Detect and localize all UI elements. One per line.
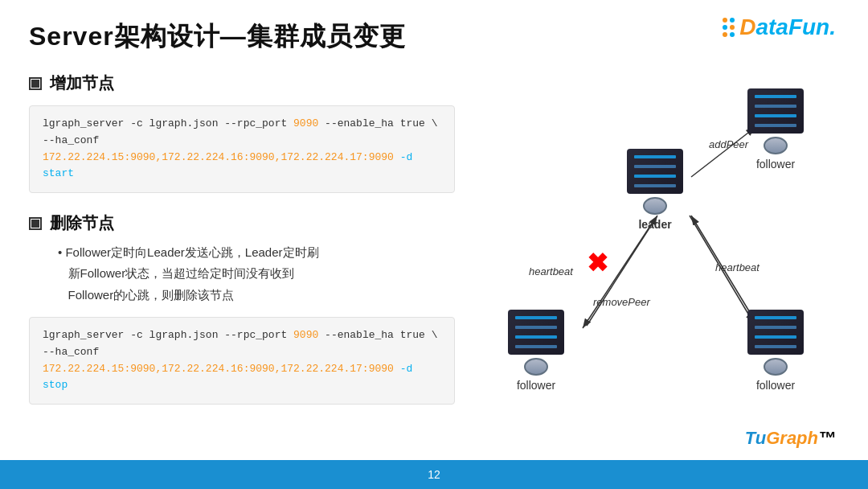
server-stripe-l4 bbox=[515, 345, 557, 348]
leader-node: leader bbox=[627, 149, 683, 231]
server-stripe-1 bbox=[634, 155, 676, 158]
del-suffix-1: --enable_ha true \ bbox=[318, 329, 437, 341]
page-number: 12 bbox=[428, 468, 440, 481]
server-stripe-l3 bbox=[515, 335, 557, 339]
follower-left-disk bbox=[524, 358, 548, 376]
slide-title: Server架构设计—集群成员变更 bbox=[29, 19, 406, 55]
server-stripe-t4 bbox=[755, 124, 796, 127]
delete-section-title: 删除节点 bbox=[50, 212, 114, 234]
leader-label: leader bbox=[638, 218, 671, 231]
server-stripe-2 bbox=[634, 165, 676, 168]
follower-left-node: follower bbox=[508, 310, 564, 392]
server-stripe-l2 bbox=[515, 326, 557, 329]
tugraph-logo: TuGraph™ bbox=[745, 428, 836, 449]
datafun-rest: ataFun. bbox=[755, 14, 836, 39]
dot-orange-1 bbox=[723, 18, 727, 23]
server-stripe-3 bbox=[634, 175, 676, 178]
follower-right-disk bbox=[764, 358, 788, 376]
follower-right-label: follower bbox=[756, 379, 795, 392]
server-stripe-r1 bbox=[755, 316, 796, 319]
server-stripe-4 bbox=[634, 184, 676, 187]
leader-disk bbox=[643, 197, 667, 215]
add-section-title: 增加节点 bbox=[50, 72, 114, 94]
dot-blue-1 bbox=[730, 18, 735, 23]
follower-top-server-body bbox=[747, 88, 804, 134]
add-checkbox-icon bbox=[29, 77, 42, 90]
delete-section: 删除节点 • Follower定时向Leader发送心跳，Leader定时刷 新… bbox=[29, 212, 455, 405]
del-ip-2: 172.22.224.15:9090,172.22.224.16:9090,17… bbox=[43, 363, 394, 375]
add-node-header: 增加节点 bbox=[29, 72, 455, 94]
datafun-text: DataFun. bbox=[739, 14, 836, 40]
delete-code-line1: lgraph_server -c lgraph.json --rpc_port … bbox=[43, 327, 441, 344]
del-cmd-1: lgraph_server -c lgraph.json --rpc_port bbox=[43, 329, 293, 341]
server-stripe-t1 bbox=[755, 95, 796, 98]
heartbeat-right-label: heartbeat bbox=[715, 261, 760, 273]
svg-rect-1 bbox=[31, 220, 39, 228]
tugraph-tu: Tu bbox=[745, 428, 766, 448]
add-peer-label: addPeer bbox=[709, 138, 748, 150]
follower-top-disk bbox=[764, 137, 788, 154]
server-stripe-t2 bbox=[755, 105, 796, 108]
dot-blue-2 bbox=[723, 25, 727, 30]
datafun-dots-icon bbox=[723, 18, 735, 37]
bottom-bar: 12 bbox=[0, 460, 868, 489]
follower-top-label: follower bbox=[756, 158, 795, 171]
delete-checkbox-icon bbox=[29, 217, 42, 230]
follower-left-label: follower bbox=[517, 379, 555, 392]
add-ip-2: 172.22.224.15:9090,172.22.224.16:9090,17… bbox=[43, 151, 394, 163]
dot-orange-2 bbox=[730, 25, 735, 30]
server-stripe-r3 bbox=[755, 335, 796, 339]
leader-server-body bbox=[627, 149, 683, 194]
server-stripe-r4 bbox=[755, 345, 796, 348]
add-cmd-1: lgraph_server -c lgraph.json --rpc_port bbox=[43, 117, 293, 129]
del-port-1: 9090 bbox=[293, 329, 318, 341]
datafun-logo: DataFun. bbox=[723, 14, 836, 40]
del-prefix-2: --ha_conf bbox=[43, 346, 99, 358]
dot-blue-3 bbox=[730, 32, 735, 37]
follower-right-node: follower bbox=[747, 310, 804, 392]
delete-code-line2: --ha_conf 172.22.224.15:9090,172.22.224.… bbox=[43, 344, 441, 394]
heartbeat-left-label: heartbeat bbox=[529, 265, 573, 277]
delete-bullet-text: • Follower定时向Leader发送心跳，Leader定时刷 新Follo… bbox=[58, 242, 455, 306]
tugraph-graph: Graph bbox=[766, 428, 818, 448]
add-code-line1: lgraph_server -c lgraph.json --rpc_port … bbox=[43, 116, 441, 133]
follower-left-server-body bbox=[508, 310, 564, 355]
delete-code-block: lgraph_server -c lgraph.json --rpc_port … bbox=[29, 317, 455, 405]
add-code-block: lgraph_server -c lgraph.json --rpc_port … bbox=[29, 105, 455, 193]
follower-right-server-body bbox=[747, 310, 804, 355]
datafun-d: D bbox=[739, 14, 755, 39]
delete-node-header: 删除节点 bbox=[29, 212, 455, 234]
remove-peer-label: removePeer bbox=[593, 296, 650, 308]
add-port-1: 9090 bbox=[293, 117, 318, 129]
cross-mark-icon: ✖ bbox=[587, 248, 608, 278]
server-stripe-r2 bbox=[755, 326, 796, 329]
add-code-line2: --ha_conf 172.22.224.15:9090,172.22.224.… bbox=[43, 133, 441, 183]
add-suffix-1: --enable_ha true \ bbox=[318, 117, 437, 129]
svg-line-6 bbox=[691, 127, 755, 177]
follower-top-node: follower bbox=[747, 88, 804, 171]
delete-content: • Follower定时向Leader发送心跳，Leader定时刷 新Follo… bbox=[29, 242, 455, 306]
left-section: 增加节点 lgraph_server -c lgraph.json --rpc_… bbox=[29, 72, 455, 424]
server-stripe-l1 bbox=[515, 316, 557, 319]
cluster-diagram: leader follower follower foll bbox=[458, 72, 852, 458]
svg-rect-0 bbox=[31, 80, 39, 88]
add-prefix-2: --ha_conf bbox=[43, 134, 99, 146]
dot-orange-3 bbox=[723, 32, 727, 37]
server-stripe-t3 bbox=[755, 114, 796, 117]
